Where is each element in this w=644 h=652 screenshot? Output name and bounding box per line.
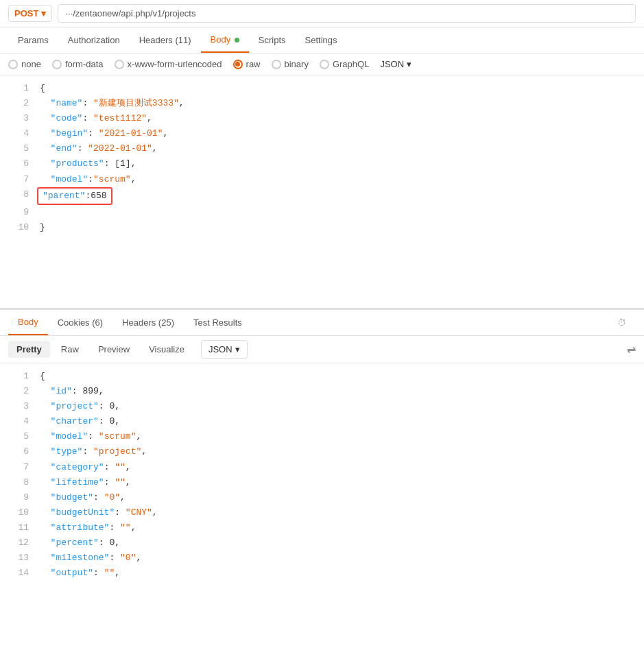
resp-line-12: 12 "percent": 0,	[0, 535, 644, 551]
resp-line-6: 6 "type": "project",	[0, 444, 644, 459]
resp-line-7: 7 "category": "",	[0, 460, 644, 475]
radio-urlencoded	[115, 60, 124, 69]
response-section: Body Cookies (6) Headers (25) Test Resul…	[0, 309, 644, 583]
resp-line-3: 3 "project": 0,	[0, 399, 644, 414]
radio-form-data	[52, 60, 62, 69]
tab-params[interactable]: Params	[8, 28, 58, 52]
history-icon[interactable]: ⏱	[608, 311, 636, 335]
resp-line-4: 4 "charter": 0,	[0, 414, 644, 429]
resp-line-11: 11 "attribute": "",	[0, 520, 644, 535]
req-line-7: 7 "model":"scrum",	[0, 172, 644, 187]
req-line-1: 1 {	[0, 81, 644, 96]
response-format-chevron-icon: ▾	[235, 344, 240, 354]
tab-body[interactable]: Body	[201, 27, 249, 53]
radio-graphql	[320, 60, 329, 69]
body-options-bar: none form-data x-www-form-urlencoded raw…	[0, 53, 644, 75]
body-dot	[235, 38, 239, 43]
option-raw[interactable]: raw	[233, 59, 261, 69]
filter-icon[interactable]: ⇌	[627, 343, 636, 356]
option-form-data[interactable]: form-data	[52, 59, 104, 69]
resp-tab-body[interactable]: Body	[8, 310, 48, 335]
req-line-4: 4 "begin": "2021-01-01",	[0, 126, 644, 141]
req-line-9: 9	[0, 205, 644, 220]
resp-line-9: 9 "budget": "0",	[0, 490, 644, 505]
request-code-area[interactable]: 1 { 2 "name": "新建项目测试3333", 3 "code": "t…	[0, 75, 644, 309]
req-line-6: 6 "products": [1],	[0, 156, 644, 171]
url-input[interactable]	[58, 4, 636, 23]
option-urlencoded[interactable]: x-www-form-urlencoded	[115, 59, 222, 69]
method-chevron-icon: ▾	[41, 8, 46, 19]
option-binary[interactable]: binary	[272, 59, 309, 69]
visualize-button[interactable]: Visualize	[141, 341, 193, 358]
resp-line-2: 2 "id": 899,	[0, 384, 644, 399]
tab-scripts[interactable]: Scripts	[249, 28, 296, 52]
response-code-area[interactable]: 1 { 2 "id": 899, 3 "project": 0, 4 "char…	[0, 363, 644, 583]
resp-line-15: 15 "auth": "",	[0, 581, 644, 583]
response-format-label: JSON	[208, 344, 232, 354]
response-tab-bar: Body Cookies (6) Headers (25) Test Resul…	[0, 310, 644, 336]
tab-settings[interactable]: Settings	[296, 28, 347, 52]
resp-tab-test-results[interactable]: Test Results	[184, 311, 252, 335]
tab-authorization[interactable]: Authorization	[58, 28, 130, 52]
radio-none	[8, 60, 18, 69]
resp-line-5: 5 "model": "scrum",	[0, 429, 644, 444]
resp-line-8: 8 "lifetime": "",	[0, 475, 644, 490]
body-format-dropdown[interactable]: JSON ▾	[380, 59, 412, 69]
json-chevron-icon: ▾	[407, 59, 412, 69]
req-line-3: 3 "code": "test1112",	[0, 111, 644, 126]
option-none[interactable]: none	[8, 59, 41, 69]
resp-line-10: 10 "budgetUnit": "CNY",	[0, 505, 644, 520]
resp-line-1: 1 {	[0, 369, 644, 384]
resp-line-13: 13 "milestone": "0",	[0, 551, 644, 566]
radio-raw	[233, 60, 243, 69]
preview-button[interactable]: Preview	[90, 341, 138, 358]
resp-tab-cookies[interactable]: Cookies (6)	[48, 311, 112, 335]
pretty-button[interactable]: Pretty	[8, 341, 50, 358]
request-tab-bar: Params Authorization Headers (11) Body S…	[0, 27, 644, 53]
top-bar: POST ▾	[0, 0, 644, 27]
radio-binary	[272, 60, 281, 69]
resp-tab-headers[interactable]: Headers (25)	[112, 311, 184, 335]
option-graphql[interactable]: GraphQL	[320, 59, 369, 69]
req-line-5: 5 "end": "2022-01-01",	[0, 141, 644, 156]
pretty-bar: Pretty Raw Preview Visualize JSON ▾ ⇌	[0, 336, 644, 363]
resp-line-14: 14 "output": "",	[0, 566, 644, 581]
response-format-dropdown[interactable]: JSON ▾	[201, 340, 248, 359]
req-line-2: 2 "name": "新建项目测试3333",	[0, 96, 644, 111]
req-line-10: 10 }	[0, 220, 644, 235]
raw-button[interactable]: Raw	[53, 341, 87, 358]
method-select[interactable]: POST ▾	[8, 5, 52, 22]
tab-headers[interactable]: Headers (11)	[130, 28, 201, 52]
req-line-8: 8 "parent":658	[0, 187, 644, 205]
method-label: POST	[14, 8, 38, 19]
